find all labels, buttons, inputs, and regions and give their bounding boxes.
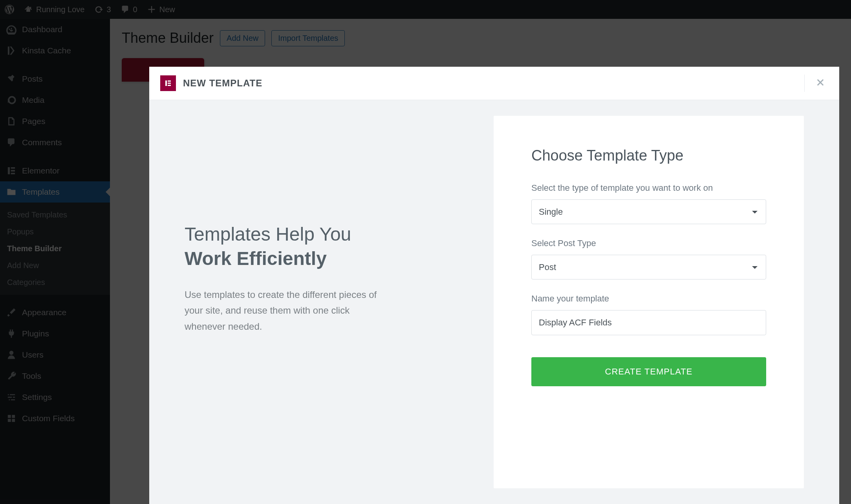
modal-headline: Templates Help You Work Efficiently — [185, 222, 470, 271]
create-template-button[interactable]: CREATE TEMPLATE — [531, 357, 766, 386]
elementor-logo-icon — [160, 75, 176, 91]
post-type-select-wrap: Post — [531, 255, 766, 279]
modal-left-panel: Templates Help You Work Efficiently Use … — [185, 116, 470, 488]
form-title: Choose Template Type — [531, 147, 766, 164]
post-type-label: Select Post Type — [531, 238, 766, 248]
template-type-label: Select the type of template you want to … — [531, 183, 766, 193]
modal-title: NEW TEMPLATE — [183, 78, 262, 89]
modal-close-button[interactable] — [813, 75, 828, 92]
headline-line2: Work Efficiently — [185, 247, 470, 271]
modal-description: Use templates to create the different pi… — [185, 287, 389, 335]
template-name-label: Name your template — [531, 294, 766, 304]
new-template-modal: NEW TEMPLATE Templates Help You Work Eff… — [149, 67, 839, 504]
post-type-select[interactable]: Post — [531, 255, 766, 279]
template-type-select[interactable]: Single — [531, 199, 766, 224]
divider — [804, 75, 805, 92]
headline-line1: Templates Help You — [185, 224, 351, 245]
template-type-select-wrap: Single — [531, 199, 766, 224]
modal-body: Templates Help You Work Efficiently Use … — [149, 100, 839, 504]
modal-form: Choose Template Type Select the type of … — [494, 116, 804, 488]
close-icon — [816, 78, 825, 87]
modal-header: NEW TEMPLATE — [149, 67, 839, 100]
template-name-input[interactable] — [531, 310, 766, 335]
